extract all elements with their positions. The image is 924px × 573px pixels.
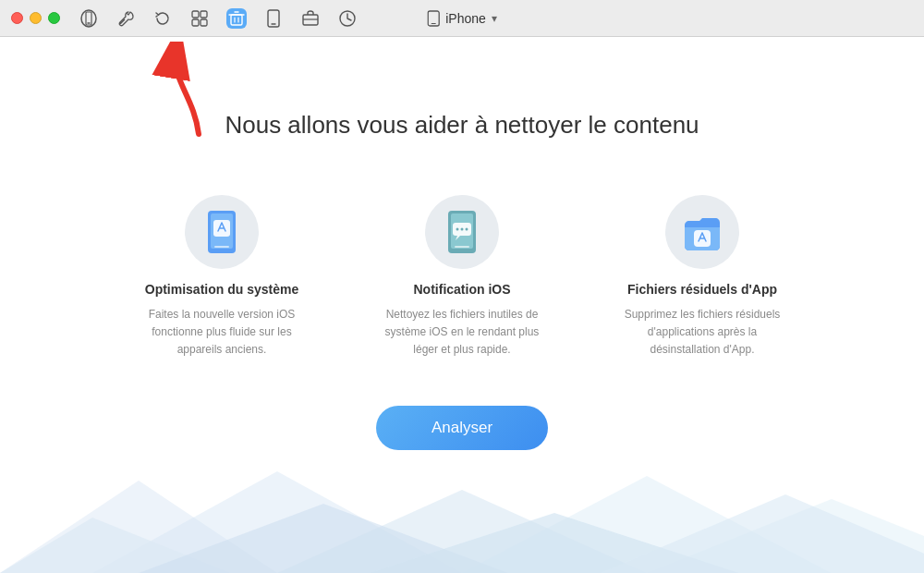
history-icon[interactable] bbox=[337, 8, 358, 29]
svg-rect-7 bbox=[231, 15, 242, 25]
feature-system-desc: Faites la nouvelle version iOS fonctionn… bbox=[139, 306, 305, 360]
feature-ios-notification: Notification iOS Nettoyez les fichiers i… bbox=[379, 195, 545, 360]
device-icon bbox=[427, 10, 440, 27]
minimize-button[interactable] bbox=[30, 12, 42, 24]
mountain-decoration bbox=[0, 453, 924, 573]
feature-residuals-desc: Supprimez les fichiers résiduels d'appli… bbox=[619, 306, 785, 360]
features-row: Optimisation du système Faites la nouvel… bbox=[139, 195, 785, 360]
feature-system-title: Optimisation du système bbox=[145, 282, 298, 297]
feature-residuals-title: Fichiers résiduels d'App bbox=[627, 282, 777, 297]
svg-rect-3 bbox=[192, 11, 199, 18]
titlebar: iPhone ▾ bbox=[0, 0, 924, 37]
svg-rect-5 bbox=[192, 19, 199, 26]
notification-icon bbox=[437, 207, 487, 257]
briefcase-icon[interactable] bbox=[300, 8, 321, 29]
apps-icon[interactable] bbox=[189, 8, 210, 29]
svg-point-0 bbox=[81, 10, 96, 27]
feature-notification-desc: Nettoyez les fichiers inutiles de systèm… bbox=[379, 306, 545, 360]
tools-icon[interactable] bbox=[116, 8, 136, 29]
system-optimization-icon-bg bbox=[185, 195, 259, 269]
feature-system-optimization: Optimisation du système Faites la nouvel… bbox=[139, 195, 305, 360]
toolbar bbox=[79, 8, 358, 29]
main-content: Nous allons vous aider à nettoyer le con… bbox=[0, 37, 924, 573]
residuals-icon bbox=[677, 207, 727, 257]
notification-icon-bg bbox=[425, 195, 499, 269]
device-name-label: iPhone bbox=[445, 11, 486, 26]
arrow-indicator bbox=[143, 42, 226, 143]
system-optimization-icon bbox=[197, 207, 247, 257]
window-title: iPhone ▾ bbox=[427, 10, 497, 27]
mobile-icon[interactable] bbox=[263, 8, 284, 29]
restore-icon[interactable] bbox=[152, 8, 173, 29]
feature-notification-title: Notification iOS bbox=[414, 282, 511, 297]
svg-point-30 bbox=[466, 228, 468, 231]
analyser-button[interactable]: Analyser bbox=[376, 406, 548, 450]
svg-point-28 bbox=[456, 228, 459, 231]
svg-rect-6 bbox=[201, 19, 207, 26]
close-button[interactable] bbox=[11, 12, 23, 24]
feature-app-residuals: Fichiers résiduels d'App Supprimez les f… bbox=[619, 195, 785, 360]
main-heading: Nous allons vous aider à nettoyer le con… bbox=[225, 111, 699, 140]
svg-point-29 bbox=[461, 228, 464, 231]
chevron-down-icon[interactable]: ▾ bbox=[492, 12, 497, 25]
traffic-lights bbox=[11, 12, 60, 24]
maximize-button[interactable] bbox=[48, 12, 60, 24]
trash-icon[interactable] bbox=[226, 8, 247, 29]
residuals-icon-bg bbox=[665, 195, 739, 269]
phone-icon[interactable] bbox=[79, 8, 99, 29]
svg-rect-4 bbox=[201, 11, 207, 18]
